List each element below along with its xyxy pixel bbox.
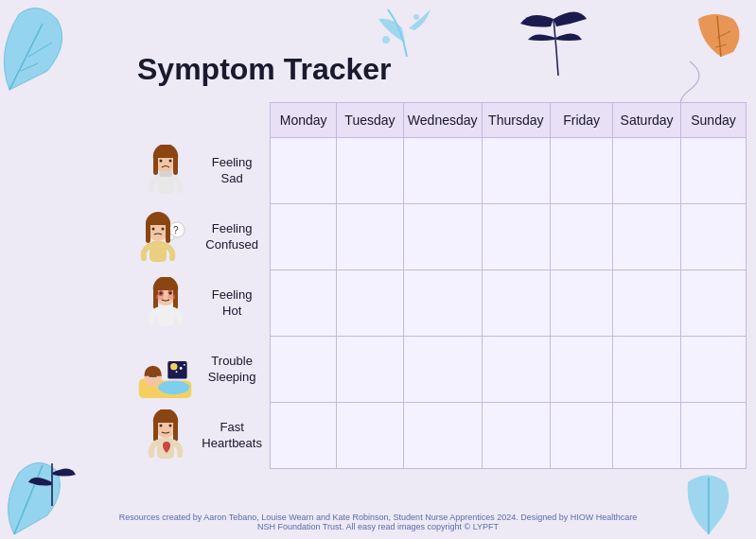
cell-sleeping-wed[interactable] [403,337,482,403]
cell-confused-sun[interactable] [680,204,746,270]
cell-heartbeats-wed[interactable] [403,403,482,469]
symptom-label-confused: FeelingConfused [194,204,271,270]
svg-line-1 [28,43,52,57]
cell-hot-mon[interactable] [271,270,337,337]
day-friday: Friday [551,103,613,138]
svg-line-7 [715,44,727,47]
svg-point-3 [382,36,390,43]
cell-heartbeats-sat[interactable] [613,403,681,469]
footer-line2: NSH Foundation Trust. All easy read imag… [0,522,756,531]
symptom-image-heartbeat [137,407,194,473]
cell-sleeping-mon[interactable] [271,337,337,403]
cell-sad-thu[interactable] [482,138,551,204]
cell-sad-fri[interactable] [551,138,613,204]
table-row: FeelingSad [194,138,747,204]
footer: Resources created by Aaron Tebano, Louis… [0,513,756,531]
symptom-label-heartbeats: FastHeartbeats [194,403,271,469]
svg-point-4 [413,14,419,20]
symptom-label-sad: FeelingSad [194,138,271,204]
cell-confused-thu[interactable] [482,204,551,270]
cell-sleeping-sat[interactable] [613,337,681,403]
svg-rect-32 [149,241,167,262]
cell-hot-wed[interactable] [403,270,482,337]
svg-point-18 [160,159,163,162]
day-wednesday: Wednesday [403,103,482,138]
svg-point-52 [184,363,185,365]
svg-point-58 [169,424,172,426]
svg-rect-16 [153,156,158,175]
svg-point-47 [158,380,189,394]
svg-line-0 [9,24,43,90]
cell-sleeping-tue[interactable] [337,337,404,403]
svg-point-42 [169,291,172,294]
symptom-tracker-table: Monday Tuesday Wednesday Thursday Friday… [194,102,747,469]
svg-point-50 [180,367,183,370]
svg-line-2 [21,63,38,71]
cell-sleeping-sun[interactable] [680,337,746,403]
symptom-image-sad [137,142,194,208]
svg-text:?: ? [173,225,179,235]
svg-rect-48 [167,361,186,378]
svg-rect-28 [146,222,150,243]
svg-point-30 [152,227,155,230]
cell-heartbeats-thu[interactable] [482,403,551,469]
cell-confused-fri[interactable] [551,204,613,270]
cell-hot-sun[interactable] [680,270,746,337]
empty-header [194,103,271,138]
symptom-label-hot: FeelingHot [194,270,271,337]
cell-sad-sun[interactable] [680,138,746,204]
table-row: FeelingConfused [194,204,747,270]
svg-rect-29 [166,222,170,243]
cell-confused-tue[interactable] [337,204,404,270]
day-sunday: Sunday [680,103,746,138]
cell-heartbeats-tue[interactable] [337,403,404,469]
tracker-wrapper: ? [137,102,747,473]
table-row: FeelingHot [194,270,747,337]
svg-rect-43 [157,305,174,326]
svg-line-5 [717,16,721,57]
day-monday: Monday [271,103,337,138]
svg-point-57 [160,424,163,426]
cell-sad-tue[interactable] [337,138,404,204]
footer-line1: Resources created by Aaron Tebano, Louis… [0,513,756,522]
day-thursday: Thursday [482,103,551,138]
cell-hot-sat[interactable] [613,270,681,337]
page-title: Symptom Tracker [137,52,747,87]
svg-rect-55 [153,421,158,442]
svg-point-51 [176,371,178,373]
svg-line-6 [717,31,730,38]
svg-rect-17 [173,156,178,175]
cell-confused-wed[interactable] [403,204,482,270]
svg-point-31 [162,227,165,230]
cell-heartbeats-sun[interactable] [680,403,746,469]
cell-sleeping-fri[interactable] [551,337,613,403]
cell-sad-wed[interactable] [403,138,482,204]
svg-rect-21 [159,171,172,177]
symptom-label-sleeping: TroubleSleeping [194,337,271,403]
symptom-image-sleeping [137,340,194,407]
cell-sad-mon[interactable] [271,138,337,204]
cell-hot-fri[interactable] [551,270,613,337]
cell-hot-thu[interactable] [482,270,551,337]
svg-point-41 [160,291,163,294]
day-tuesday: Tuesday [337,103,404,138]
cell-confused-mon[interactable] [271,204,337,270]
cell-hot-tue[interactable] [337,270,404,337]
image-column: ? [137,102,194,473]
svg-rect-56 [173,421,178,442]
cell-confused-sat[interactable] [613,204,681,270]
cell-sleeping-thu[interactable] [482,337,551,403]
table-row: TroubleSleeping [194,337,747,403]
cell-heartbeats-fri[interactable] [551,403,613,469]
svg-point-38 [167,294,175,300]
symptom-image-hot [137,274,194,340]
svg-point-49 [170,362,177,369]
cell-heartbeats-mon[interactable] [271,403,337,469]
table-row: FastHeartbeats [194,403,747,469]
symptom-image-confused: ? [137,208,194,274]
cell-sad-sat[interactable] [613,138,681,204]
day-saturday: Saturday [613,103,681,138]
svg-point-19 [169,159,172,162]
